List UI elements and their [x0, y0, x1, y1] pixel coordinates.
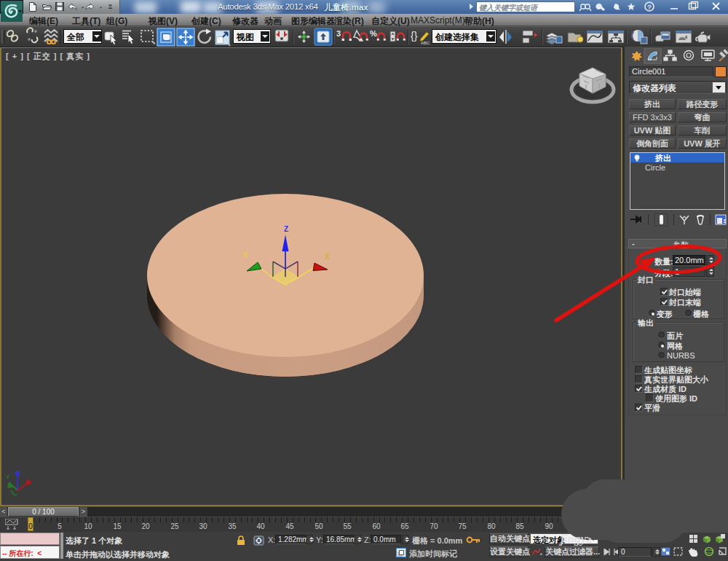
svg-text:Z: Z	[284, 225, 288, 233]
svg-text:ABC: ABC	[421, 41, 430, 45]
svg-text:{}: {}	[411, 30, 418, 42]
svg-text:X: X	[325, 253, 330, 261]
svg-text:?: ?	[647, 4, 652, 11]
svg-text:Y: Y	[6, 474, 10, 480]
svg-text:3: 3	[336, 29, 341, 38]
svg-text:Y: Y	[243, 251, 248, 259]
svg-text:%: %	[370, 29, 377, 38]
